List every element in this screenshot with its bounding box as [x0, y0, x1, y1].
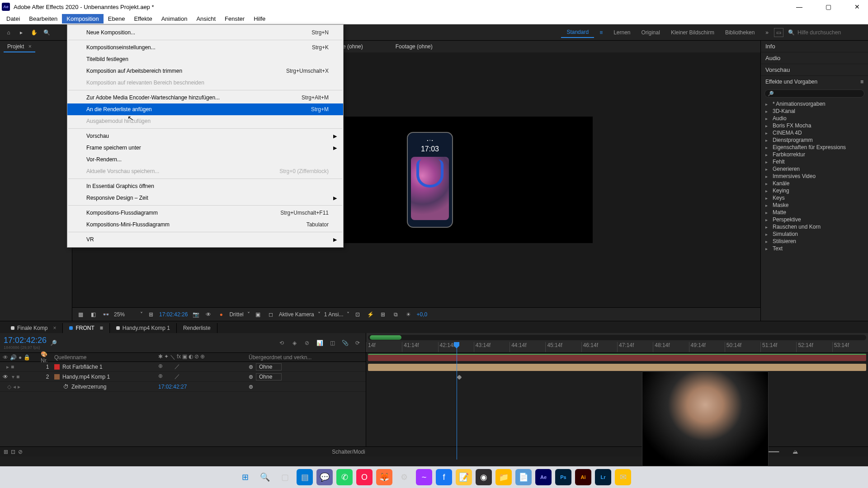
shy-icon[interactable]: ⟲: [277, 340, 286, 346]
render-icon[interactable]: ⟳: [353, 340, 362, 346]
task-view-icon[interactable]: ▢: [277, 469, 293, 485]
reset-exposure-icon[interactable]: ☀: [404, 311, 413, 318]
frame-blend-icon[interactable]: ◈: [290, 340, 299, 346]
effects-category[interactable]: ▸Fehlt: [761, 158, 868, 165]
menu-datei[interactable]: Datei: [2, 14, 24, 23]
taskbar-ai-icon[interactable]: Ai: [575, 469, 591, 485]
viewer-timecode[interactable]: 17:02:42:26: [159, 311, 188, 318]
views-chevron-icon[interactable]: ˅: [347, 311, 349, 318]
graph-editor-icon[interactable]: 📊: [315, 340, 324, 346]
menu-animation[interactable]: Animation: [157, 14, 192, 23]
footage-tab[interactable]: Footage (ohne): [392, 42, 436, 52]
zoom-dropdown[interactable]: 25%: [114, 311, 137, 318]
frame-blend-toggle-icon[interactable]: ⊡: [11, 449, 15, 455]
effects-category[interactable]: ▸Text: [761, 245, 868, 252]
menu-item[interactable]: Vor-Rendern...: [67, 154, 343, 165]
keyframe-icon[interactable]: [457, 375, 462, 380]
draft3d-icon[interactable]: ◫: [328, 340, 337, 346]
views-dropdown[interactable]: 1 Ansi...: [324, 311, 344, 318]
property-value[interactable]: 17:02:42:27: [158, 384, 187, 390]
effects-category[interactable]: ▸Matte: [761, 209, 868, 216]
effects-category[interactable]: ▸Maske: [761, 202, 868, 209]
layer-bar[interactable]: [368, 354, 866, 361]
workspace-lernen[interactable]: Lernen: [608, 28, 636, 38]
flowchart-icon[interactable]: ⧉: [391, 311, 400, 318]
layer-row[interactable]: ▸■ 1 Rot Farbfläche 1 ⊕／ ⊚Ohne: [0, 362, 366, 372]
timeline-tab-front[interactable]: FRONT≡: [63, 323, 109, 333]
taskbar-lr-icon[interactable]: Lr: [595, 469, 611, 485]
menu-item[interactable]: Vorschau▶: [67, 130, 343, 142]
region-icon[interactable]: ◻: [266, 311, 275, 318]
effects-category[interactable]: ▸Keying: [761, 187, 868, 194]
taskbar-facebook-icon[interactable]: f: [436, 469, 452, 485]
timeline-search-icon[interactable]: 🔎: [50, 340, 57, 346]
effects-category[interactable]: ▸CINEMA 4D: [761, 129, 868, 136]
menu-item[interactable]: Kompositions-Mini-FlussdiagrammTabulator: [67, 219, 343, 230]
menu-item[interactable]: In Essential Graphics öffnen: [67, 180, 343, 192]
effects-category[interactable]: ▸Keys: [761, 194, 868, 202]
effects-panel-header[interactable]: Effekte und Vorgaben: [765, 79, 817, 85]
parent-dropdown[interactable]: Ohne: [256, 363, 282, 371]
visibility-icon[interactable]: 👁: [3, 374, 8, 380]
close-button[interactable]: ✕: [848, 0, 866, 13]
menu-item[interactable]: Kompositionseinstellungen...Strg+K: [67, 42, 343, 53]
maximize-button[interactable]: ▢: [819, 0, 837, 13]
camera-dropdown[interactable]: Aktive Kamera: [279, 311, 314, 318]
taskbar-search-icon[interactable]: 🔍: [257, 469, 273, 485]
effects-category[interactable]: ▸* Animationsvorgaben: [761, 100, 868, 108]
menu-hilfe[interactable]: Hilfe: [249, 14, 270, 23]
resolution-dropdown[interactable]: Drittel: [229, 311, 243, 318]
minimize-button[interactable]: —: [790, 0, 808, 13]
workspace-overflow-icon[interactable]: »: [760, 28, 774, 38]
toggle-switches-icon[interactable]: ⊞: [4, 449, 8, 455]
color-icon[interactable]: ●: [217, 311, 226, 318]
playhead[interactable]: [457, 342, 457, 460]
res-chevron-icon[interactable]: ˅: [247, 311, 250, 318]
taskbar-app[interactable]: ✉: [615, 469, 631, 485]
taskbar-messenger-icon[interactable]: ~: [416, 469, 432, 485]
hand-tool-icon[interactable]: ✋: [28, 27, 40, 38]
help-search[interactable]: 🔍: [783, 29, 865, 36]
taskbar-app[interactable]: 💬: [316, 469, 333, 485]
close-icon[interactable]: ×: [28, 43, 32, 50]
timeline-tab-finale[interactable]: Finale Komp×: [5, 323, 63, 333]
zoom-in-icon[interactable]: ⛰: [793, 449, 798, 455]
menu-ansicht[interactable]: Ansicht: [192, 14, 220, 23]
cam-chevron-icon[interactable]: ˅: [318, 311, 321, 318]
taskbar-app[interactable]: ▤: [297, 469, 313, 485]
motion-blur-icon[interactable]: ⊘: [302, 340, 311, 346]
transparent-icon[interactable]: ▣: [254, 311, 263, 318]
workspace-panel-icon[interactable]: ▭: [774, 28, 783, 37]
layer-bar[interactable]: [368, 364, 866, 371]
expression-pickwhip-icon[interactable]: ⊚: [249, 384, 253, 390]
resolution-icon[interactable]: ⊞: [146, 311, 156, 318]
effects-category[interactable]: ▸Kanäle: [761, 180, 868, 187]
menu-bearbeiten[interactable]: Bearbeiten: [24, 14, 62, 23]
effects-category[interactable]: ▸Dienstprogramm: [761, 136, 868, 144]
taskbar-app[interactable]: O: [356, 469, 373, 485]
layer-row[interactable]: 👁▾■ 2 Handy.mp4 Komp 1 ⊕／ ⊚Ohne: [0, 372, 366, 382]
parent-pickwhip-icon[interactable]: ⊚: [249, 364, 253, 370]
close-icon[interactable]: ×: [53, 325, 56, 331]
menu-item[interactable]: Responsive Design – Zeit▶: [67, 192, 343, 204]
attach-icon[interactable]: 📎: [340, 340, 349, 346]
taskbar-whatsapp-icon[interactable]: ✆: [336, 469, 353, 485]
effects-category[interactable]: ▸Immersives Video: [761, 173, 868, 180]
taskbar-app[interactable]: 📝: [456, 469, 472, 485]
workspace-bibliotheken[interactable]: Bibliotheken: [720, 28, 760, 38]
col-parent[interactable]: Übergeordnet und verkn...: [249, 354, 366, 361]
timeline-tab-renderliste[interactable]: Renderliste: [177, 323, 217, 333]
motion-blur-toggle-icon[interactable]: ⊘: [18, 449, 23, 455]
timeline-tab-handy[interactable]: Handy.mp4 Komp 1: [110, 323, 177, 333]
col-source[interactable]: Quellenname: [54, 354, 158, 361]
timeline-navigator[interactable]: [368, 335, 866, 340]
taskbar-firefox-icon[interactable]: 🦊: [376, 469, 392, 485]
menu-komposition[interactable]: Komposition: [62, 14, 104, 23]
effects-category[interactable]: ▸Boris FX Mocha: [761, 122, 868, 129]
start-button[interactable]: ⊞: [237, 469, 253, 485]
channel-icon[interactable]: ◧: [89, 311, 98, 318]
timeline-timecode[interactable]: 17:02:42:26: [4, 336, 47, 345]
timeline-track-area[interactable]: 14f41:14f42:14f43:14f44:14f45:14f46:14f4…: [366, 333, 868, 446]
selection-tool-icon[interactable]: ▸: [15, 27, 27, 38]
effects-category[interactable]: ▸Perspektive: [761, 216, 868, 223]
